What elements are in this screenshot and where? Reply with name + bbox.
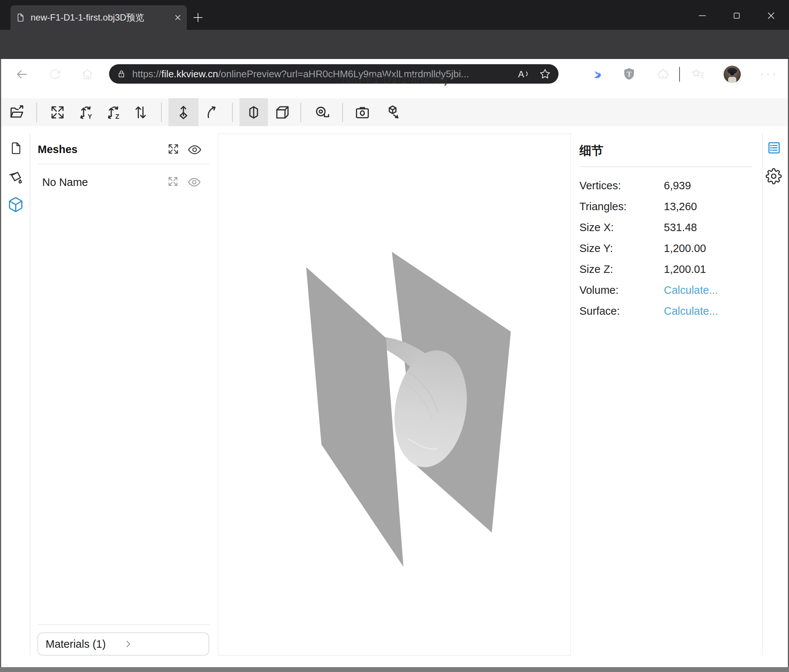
- toolbar-divider: [342, 103, 343, 122]
- browser-tab-strip: new-F1-D1-1-first.obj3D预览: [0, 0, 789, 30]
- orthographic-view-button[interactable]: [272, 98, 293, 126]
- rotate-z-button[interactable]: Z: [103, 98, 125, 126]
- window-minimize-button[interactable]: [692, 5, 713, 26]
- meshes-rail-button[interactable]: [8, 196, 24, 213]
- detail-label: Triangles:: [580, 201, 626, 213]
- meshes-visibility-eye-button[interactable]: [187, 143, 202, 157]
- left-rail-divider: [30, 134, 30, 656]
- browser-navbar: https://file.kkview.cn/onlinePreview?url…: [0, 30, 789, 59]
- window-close-button[interactable]: [760, 5, 782, 26]
- materials-rail-button[interactable]: [7, 169, 23, 185]
- detail-label: Size Z:: [580, 263, 613, 275]
- detail-value: 1,200.01: [664, 263, 706, 275]
- measure-button[interactable]: [310, 98, 334, 126]
- right-rail-divider: [762, 134, 762, 656]
- 3d-viewport[interactable]: [218, 134, 571, 656]
- detail-value: 13,260: [664, 201, 697, 213]
- detail-value: 531.48: [664, 221, 697, 234]
- fit-view-button[interactable]: [47, 98, 69, 126]
- open-file-button[interactable]: [6, 98, 28, 126]
- settings-gear-rail-button[interactable]: [765, 168, 782, 185]
- orbit-button[interactable]: [201, 98, 223, 126]
- mesh-item-name: No Name: [42, 176, 88, 188]
- detail-label: Size Y:: [580, 242, 613, 255]
- tab-title: new-F1-D1-1-first.obj3D预览: [30, 11, 174, 24]
- materials-button-label: Materials (1): [46, 638, 123, 650]
- 3d-model-canvas: [218, 134, 570, 655]
- browser-tab[interactable]: new-F1-D1-1-first.obj3D预览: [10, 5, 187, 30]
- materials-divider: [38, 624, 209, 624]
- svg-text:Z: Z: [115, 113, 120, 120]
- window-maximize-button[interactable]: [726, 5, 747, 26]
- detail-value: 6,939: [664, 180, 691, 192]
- screenshot-button[interactable]: [351, 98, 373, 126]
- window-bottom-edge: [0, 667, 789, 672]
- detail-value: 1,200.00: [664, 242, 706, 255]
- export-button[interactable]: [381, 98, 404, 126]
- materials-button[interactable]: Materials (1): [37, 632, 209, 656]
- up-axis-button[interactable]: [168, 98, 198, 126]
- rotate-y-button[interactable]: Y: [75, 98, 97, 126]
- perspective-view-button[interactable]: [240, 98, 268, 126]
- detail-label: Size X:: [580, 221, 614, 234]
- chevron-right-icon: [123, 639, 201, 649]
- mesh-item-visibility-eye-button[interactable]: [187, 175, 201, 189]
- volume-calculate-link[interactable]: Calculate...: [664, 284, 718, 296]
- flip-vertical-button[interactable]: [129, 98, 151, 126]
- meshes-panel-header: Meshes: [38, 143, 77, 156]
- mesh-list-item[interactable]: No Name: [38, 172, 209, 195]
- toolbar-divider: [300, 103, 301, 122]
- detail-label: Vertices:: [580, 180, 621, 192]
- window-controls: [692, 5, 782, 26]
- tab-close-icon[interactable]: [174, 14, 182, 21]
- meshes-focus-button[interactable]: [167, 143, 180, 155]
- details-rail-button[interactable]: [767, 140, 781, 155]
- details-divider: [580, 167, 752, 167]
- viewer-toolbar: Y Z: [1, 98, 788, 126]
- detail-label: Surface:: [580, 305, 620, 317]
- toolbar-divider: [36, 103, 37, 122]
- window-left-edge: [0, 59, 1, 667]
- file-info-rail-button[interactable]: [9, 141, 23, 155]
- surface-calculate-link[interactable]: Calculate...: [664, 305, 718, 317]
- toolbar-divider: [232, 103, 233, 122]
- tab-favicon-document-icon: [16, 13, 26, 22]
- svg-text:Y: Y: [88, 113, 92, 120]
- toolbar-divider: [161, 103, 162, 122]
- mesh-item-focus-button[interactable]: [167, 175, 179, 188]
- meshes-panel-divider: [38, 164, 209, 164]
- new-tab-button[interactable]: [192, 11, 204, 24]
- details-panel-header: 细节: [580, 143, 603, 159]
- left-plane-mesh: [306, 267, 404, 567]
- page-title: new-F1-D1-1-first.obj: [0, 70, 789, 89]
- detail-label: Volume:: [580, 284, 619, 296]
